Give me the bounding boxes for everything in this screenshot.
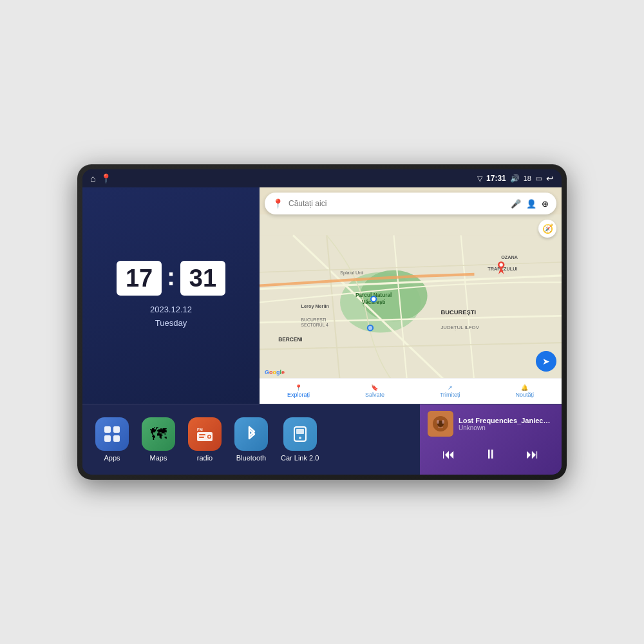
home-icon[interactable]: ⌂ xyxy=(90,173,95,184)
svg-text:OZANA: OZANA xyxy=(501,254,518,260)
app-icon-radio[interactable]: FM radio xyxy=(188,417,222,462)
google-maps-icon: 📍 xyxy=(272,198,283,209)
apps-icon-wrapper xyxy=(95,417,129,451)
svg-text:JUDEȚUL ILFOV: JUDEȚUL ILFOV xyxy=(440,325,479,330)
svg-point-35 xyxy=(209,436,211,438)
svg-point-46 xyxy=(442,420,444,424)
carlink-icon xyxy=(290,424,310,444)
maps-icon-wrapper: 🗺 xyxy=(142,417,175,451)
app-icons-panel: Apps 🗺 Maps xyxy=(82,404,420,475)
clock-panel: 17 : 31 2023.12.12 Tuesday xyxy=(82,187,260,404)
map-bottom-nav: 📍 Explorați 🔖 Salvate ↗ Trimiteți 🔔 xyxy=(260,378,562,404)
svg-text:BERCENI: BERCENI xyxy=(278,336,302,343)
battery-level: 18 xyxy=(524,175,531,182)
clock-separator: : xyxy=(167,263,175,291)
radio-label: radio xyxy=(197,454,213,462)
music-thumbnail xyxy=(428,411,453,437)
mic-icon[interactable]: 🎤 xyxy=(511,199,521,209)
svg-text:BUCUREȘTI: BUCUREȘTI xyxy=(440,309,476,316)
radio-icon-wrapper: FM xyxy=(188,417,222,451)
carlink-label: Car Link 2.0 xyxy=(281,454,319,462)
svg-rect-30 xyxy=(113,426,120,433)
main-content: 17 : 31 2023.12.12 Tuesday 📍 xyxy=(82,187,562,475)
map-search-input[interactable] xyxy=(289,199,506,208)
music-playpause-btn[interactable]: ⏸ xyxy=(479,444,502,464)
map-background: Parcul Natural Văcărești Leroy Merlin BU… xyxy=(260,214,562,404)
map-compass-btn[interactable]: 🧭 xyxy=(538,220,556,238)
svg-rect-29 xyxy=(104,426,111,433)
maps-label: Maps xyxy=(150,454,167,462)
svg-text:BUCUREȘTI: BUCUREȘTI xyxy=(301,317,327,323)
svg-text:SECTORUL 4: SECTORUL 4 xyxy=(301,323,328,327)
maps-nav-icon[interactable]: 📍 xyxy=(100,173,111,184)
apps-label: Apps xyxy=(104,454,120,462)
apps-icon xyxy=(102,424,122,444)
account-icon[interactable]: 👤 xyxy=(526,199,536,209)
map-search-icons: 🎤 👤 ⊕ xyxy=(511,199,549,209)
svg-rect-31 xyxy=(104,435,111,442)
top-section: 17 : 31 2023.12.12 Tuesday 📍 xyxy=(82,187,562,404)
svg-point-45 xyxy=(437,420,439,424)
svg-point-41 xyxy=(299,437,301,439)
bluetooth-label: Bluetooth xyxy=(236,454,266,462)
map-tab-explore[interactable]: 📍 Explorați xyxy=(287,384,310,398)
map-tab-send[interactable]: ↗ Trimiteți xyxy=(440,384,460,398)
volume-icon: 🔊 xyxy=(510,174,520,183)
music-text-info: Lost Frequencies_Janieck Devy-... Unknow… xyxy=(459,417,554,431)
music-next-btn[interactable]: ⏭ xyxy=(521,444,544,464)
app-icon-maps[interactable]: 🗺 Maps xyxy=(142,417,175,462)
map-tab-news[interactable]: 🔔 Noutăți xyxy=(516,384,535,398)
app-icon-carlink[interactable]: Car Link 2.0 xyxy=(281,417,319,462)
layers-icon[interactable]: ⊕ xyxy=(542,199,549,209)
map-svg: Parcul Natural Văcărești Leroy Merlin BU… xyxy=(260,214,562,404)
app-icon-apps[interactable]: Apps xyxy=(95,417,129,462)
clock-minutes: 31 xyxy=(180,261,225,296)
svg-text:Splaiul Unii: Splaiul Unii xyxy=(340,270,364,276)
svg-text:FM: FM xyxy=(197,428,203,431)
svg-point-28 xyxy=(368,326,372,330)
status-bar: ⌂ 📍 ▽ 17:31 🔊 18 ▭ ↩ xyxy=(82,169,562,187)
svg-rect-36 xyxy=(199,434,205,435)
bluetooth-icon-wrapper xyxy=(234,417,268,451)
map-navigate-btn[interactable]: ➤ xyxy=(536,351,556,372)
back-icon[interactable]: ↩ xyxy=(546,173,554,184)
svg-rect-40 xyxy=(296,429,304,434)
google-logo: Google xyxy=(265,368,285,375)
status-right-info: ▽ 17:31 🔊 18 ▭ ↩ xyxy=(477,173,554,184)
clock-hours: 17 xyxy=(117,261,162,296)
bluetooth-icon xyxy=(242,424,261,444)
clock-date: 2023.12.12 Tuesday xyxy=(150,303,192,330)
music-info: Lost Frequencies_Janieck Devy-... Unknow… xyxy=(428,411,554,437)
status-left-icons: ⌂ 📍 xyxy=(90,173,111,184)
svg-point-23 xyxy=(372,297,375,301)
car-display-device: ⌂ 📍 ▽ 17:31 🔊 18 ▭ ↩ 17 : xyxy=(77,164,567,480)
svg-text:Leroy Merlin: Leroy Merlin xyxy=(301,303,329,309)
app-icon-bluetooth[interactable]: Bluetooth xyxy=(234,417,268,462)
music-artist: Unknown xyxy=(459,424,554,431)
map-search-bar[interactable]: 📍 🎤 👤 ⊕ xyxy=(265,193,556,214)
signal-icon: ▽ xyxy=(477,175,482,183)
status-time: 17:31 xyxy=(486,174,506,183)
map-panel[interactable]: 📍 🎤 👤 ⊕ xyxy=(260,187,562,404)
maps-icon: 🗺 xyxy=(150,424,167,444)
map-tab-saved[interactable]: 🔖 Salvate xyxy=(365,384,384,398)
music-player-panel: Lost Frequencies_Janieck Devy-... Unknow… xyxy=(420,404,562,475)
radio-icon: FM xyxy=(195,424,214,444)
svg-rect-32 xyxy=(113,435,120,442)
carlink-icon-wrapper xyxy=(283,417,317,451)
music-title: Lost Frequencies_Janieck Devy-... xyxy=(459,417,554,424)
music-prev-btn[interactable]: ⏮ xyxy=(437,444,460,464)
svg-rect-37 xyxy=(199,437,204,438)
clock-display: 17 : 31 xyxy=(117,261,225,296)
music-controls: ⏮ ⏸ ⏭ xyxy=(428,444,554,464)
svg-point-26 xyxy=(500,263,503,267)
bottom-section: Apps 🗺 Maps xyxy=(82,404,562,475)
battery-icon: ▭ xyxy=(535,174,542,183)
device-screen: ⌂ 📍 ▽ 17:31 🔊 18 ▭ ↩ 17 : xyxy=(82,169,562,475)
album-art xyxy=(428,411,453,437)
